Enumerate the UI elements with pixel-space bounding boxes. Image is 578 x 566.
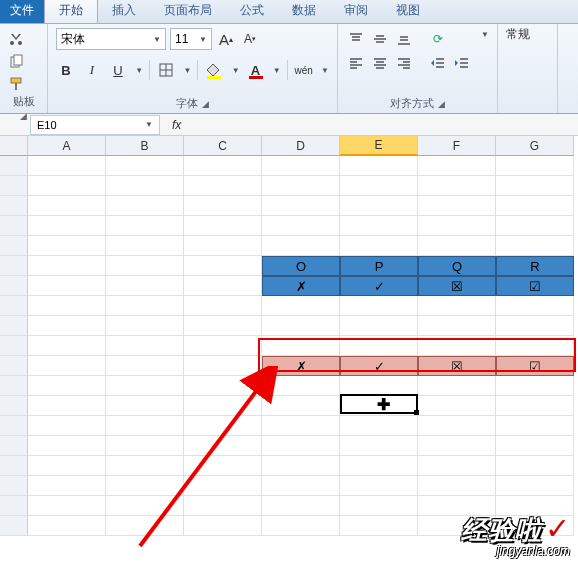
col-header-E[interactable]: E xyxy=(340,136,418,156)
cell[interactable] xyxy=(106,196,184,216)
cell[interactable] xyxy=(184,336,262,356)
row-header[interactable] xyxy=(0,496,28,516)
row-header[interactable] xyxy=(0,436,28,456)
chevron-down-icon[interactable]: ▼ xyxy=(321,66,329,75)
cell[interactable] xyxy=(418,456,496,476)
dialog-launcher-icon[interactable]: ◢ xyxy=(438,99,445,109)
row-header[interactable] xyxy=(0,236,28,256)
copy-icon[interactable] xyxy=(8,54,24,70)
row-header[interactable] xyxy=(0,356,28,376)
cell[interactable] xyxy=(106,296,184,316)
fx-icon[interactable]: fx xyxy=(172,118,181,132)
cell[interactable] xyxy=(184,196,262,216)
cell[interactable] xyxy=(28,516,106,536)
dialog-launcher-icon[interactable]: ◢ xyxy=(202,99,209,109)
cell[interactable] xyxy=(496,456,574,476)
chevron-down-icon[interactable]: ▼ xyxy=(232,66,240,75)
cell[interactable] xyxy=(28,336,106,356)
cell[interactable] xyxy=(184,276,262,296)
font-color-button[interactable]: A xyxy=(246,60,266,80)
cell[interactable] xyxy=(496,436,574,456)
align-right-button[interactable] xyxy=(394,54,414,72)
cell[interactable] xyxy=(340,296,418,316)
row-header[interactable] xyxy=(0,316,28,336)
cell[interactable] xyxy=(340,476,418,496)
tab-layout[interactable]: 页面布局 xyxy=(150,0,226,23)
cell[interactable] xyxy=(340,436,418,456)
chevron-down-icon[interactable]: ▼ xyxy=(481,30,489,48)
cell[interactable] xyxy=(184,296,262,316)
cell[interactable] xyxy=(262,436,340,456)
underline-button[interactable]: U xyxy=(108,60,128,80)
cell[interactable] xyxy=(184,476,262,496)
orientation-button[interactable]: ⟳ xyxy=(428,30,448,48)
cell[interactable] xyxy=(340,176,418,196)
cell[interactable] xyxy=(184,516,262,536)
row-header[interactable] xyxy=(0,476,28,496)
tab-home[interactable]: 开始 xyxy=(44,0,98,23)
bold-button[interactable]: B xyxy=(56,60,76,80)
cut-icon[interactable] xyxy=(8,32,24,48)
cell[interactable] xyxy=(28,376,106,396)
cell[interactable] xyxy=(106,256,184,276)
row-header[interactable] xyxy=(0,376,28,396)
cell[interactable]: ✗ xyxy=(262,276,340,296)
cell[interactable] xyxy=(184,456,262,476)
cell[interactable] xyxy=(106,316,184,336)
col-header-B[interactable]: B xyxy=(106,136,184,156)
align-middle-button[interactable] xyxy=(370,30,390,48)
cell[interactable] xyxy=(184,256,262,276)
cell[interactable] xyxy=(28,176,106,196)
grid-body[interactable]: OPQR✗✓☒☑✗✓☒☑ xyxy=(0,156,578,536)
cell[interactable] xyxy=(106,516,184,536)
cell[interactable] xyxy=(340,156,418,176)
cell[interactable] xyxy=(418,516,496,536)
cell[interactable] xyxy=(28,216,106,236)
borders-button[interactable] xyxy=(156,60,176,80)
align-left-button[interactable] xyxy=(346,54,366,72)
cell[interactable]: ☑ xyxy=(496,356,574,376)
cell[interactable] xyxy=(418,376,496,396)
cell[interactable] xyxy=(262,376,340,396)
pinyin-button[interactable]: wén xyxy=(294,60,314,80)
cell[interactable] xyxy=(340,376,418,396)
cell[interactable] xyxy=(28,256,106,276)
cell[interactable] xyxy=(418,476,496,496)
col-header-C[interactable]: C xyxy=(184,136,262,156)
cell[interactable] xyxy=(106,176,184,196)
cell[interactable] xyxy=(28,456,106,476)
cell[interactable] xyxy=(496,216,574,236)
cell[interactable] xyxy=(340,236,418,256)
cell[interactable] xyxy=(106,396,184,416)
cell[interactable] xyxy=(28,156,106,176)
cell[interactable] xyxy=(184,436,262,456)
cell[interactable] xyxy=(496,196,574,216)
chevron-down-icon[interactable]: ▼ xyxy=(145,120,153,129)
cell[interactable] xyxy=(184,236,262,256)
grow-font-button[interactable]: A▴ xyxy=(216,29,236,49)
cell[interactable] xyxy=(28,476,106,496)
format-painter-icon[interactable] xyxy=(8,76,24,92)
cell[interactable] xyxy=(184,416,262,436)
cell[interactable] xyxy=(262,416,340,436)
cell[interactable] xyxy=(262,396,340,416)
cell[interactable] xyxy=(496,376,574,396)
select-all-corner[interactable] xyxy=(0,136,28,156)
cell[interactable] xyxy=(106,456,184,476)
cell[interactable] xyxy=(28,316,106,336)
align-bottom-button[interactable] xyxy=(394,30,414,48)
cell[interactable] xyxy=(340,416,418,436)
cell[interactable] xyxy=(184,356,262,376)
cell[interactable] xyxy=(262,336,340,356)
cell[interactable] xyxy=(418,436,496,456)
cell[interactable] xyxy=(418,236,496,256)
chevron-down-icon[interactable]: ▼ xyxy=(135,66,143,75)
fill-color-button[interactable] xyxy=(204,60,224,80)
cell[interactable] xyxy=(496,516,574,536)
cell[interactable] xyxy=(262,176,340,196)
shrink-font-button[interactable]: A▾ xyxy=(240,29,260,49)
cell[interactable] xyxy=(262,496,340,516)
cell[interactable] xyxy=(184,216,262,236)
row-header[interactable] xyxy=(0,176,28,196)
cell[interactable]: R xyxy=(496,256,574,276)
